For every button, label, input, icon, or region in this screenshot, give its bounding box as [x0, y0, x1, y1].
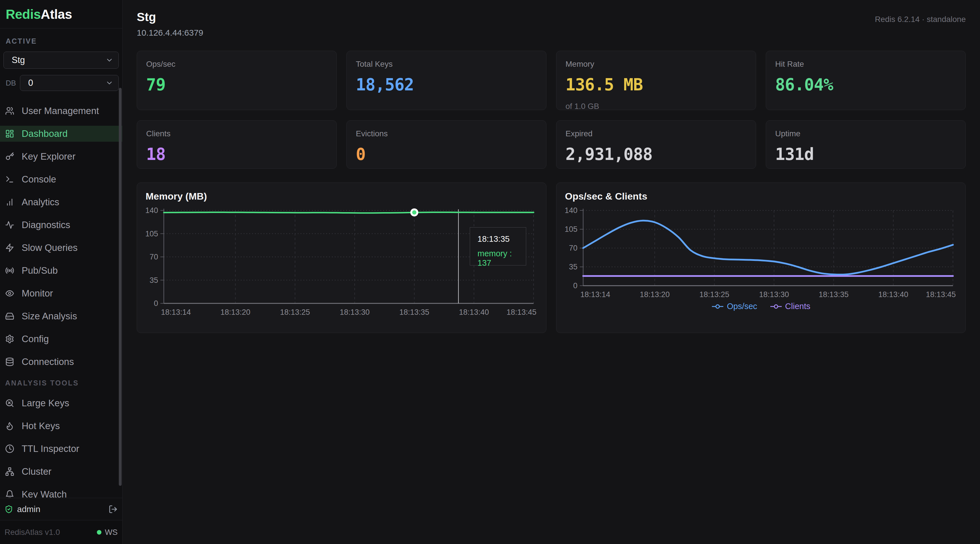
stat-value: 18,562 — [356, 75, 537, 94]
legend-item-clients[interactable]: Clients — [770, 302, 810, 311]
active-section-label: ACTIVE — [6, 37, 119, 45]
ops-clients-chart[interactable]: 0357010514018:13:1418:13:2018:13:2518:13… — [565, 206, 957, 300]
stat-value: 86.04% — [775, 75, 956, 94]
stat-card-hit-rate: Hit Rate 86.04% — [766, 51, 966, 110]
sidebar-item-cluster[interactable]: Cluster — [0, 464, 122, 480]
sidebar-item-large-keys[interactable]: Large Keys — [0, 395, 122, 411]
analysis-tools-section-label: ANALYSIS TOOLS — [5, 379, 122, 387]
database-icon — [5, 357, 14, 366]
sidebar-item-size-analysis[interactable]: Size Analysis — [0, 308, 122, 324]
db-row: DB 0 — [3, 75, 119, 91]
legend-label: Ops/sec — [727, 302, 757, 311]
app-logo: RedisAtlas — [0, 0, 122, 29]
logo-text-redis: Redis — [6, 6, 41, 22]
stat-label: Total Keys — [356, 60, 537, 69]
svg-text:18:13:40: 18:13:40 — [459, 308, 489, 316]
charts-grid: Memory (MB) 0357010514018:13:1418:13:201… — [137, 182, 966, 333]
sidebar-item-monitor[interactable]: Monitor — [0, 286, 122, 302]
environment-select-value: Stg — [12, 55, 25, 65]
svg-text:18:13:20: 18:13:20 — [221, 308, 250, 316]
svg-text:140: 140 — [565, 206, 578, 215]
sidebar-item-label: Key Explorer — [22, 151, 75, 162]
svg-text:70: 70 — [150, 253, 158, 261]
sidebar-item-config[interactable]: Config — [0, 331, 122, 347]
zap-icon — [5, 243, 14, 252]
users-icon — [5, 106, 14, 115]
stat-value: 131d — [775, 145, 956, 164]
sidebar-item-hot-keys[interactable]: Hot Keys — [0, 418, 122, 434]
stat-label: Ops/sec — [146, 60, 327, 69]
bell-icon — [5, 490, 14, 498]
sidebar-item-label: Diagnostics — [22, 220, 70, 230]
legend-item-ops-sec[interactable]: Ops/sec — [711, 302, 757, 311]
tooltip-value: memory : 137 — [477, 249, 526, 268]
legend-label: Clients — [785, 302, 810, 311]
sidebar-item-connections[interactable]: Connections — [0, 354, 122, 370]
sidebar-item-label: TTL Inspector — [22, 443, 79, 454]
sidebar-item-analytics[interactable]: Analytics — [0, 194, 122, 210]
stat-card-uptime: Uptime 131d — [766, 120, 966, 169]
gear-icon — [5, 335, 14, 343]
sidebar-scrollbar[interactable] — [119, 88, 122, 486]
sidebar-item-label: Console — [22, 174, 56, 185]
sidebar-item-slow-queries[interactable]: Slow Queries — [0, 240, 122, 256]
sidebar-nav: User ManagementDashboardKey ExplorerCons… — [0, 99, 122, 498]
sidebar-item-label: Monitor — [22, 288, 53, 299]
sidebar-item-user-management[interactable]: User Management — [0, 103, 122, 119]
search-x-icon — [5, 399, 14, 408]
sidebar-item-label: Key Watch — [22, 489, 67, 498]
shield-check-icon — [5, 505, 13, 514]
stat-value: 136.5 MB — [565, 75, 747, 94]
stat-card-expired: Expired 2,931,088 — [556, 120, 756, 169]
main-content: Stg 10.126.4.44:6379 Redis 6.2.14 · stan… — [123, 0, 980, 544]
sidebar-item-ttl-inspector[interactable]: TTL Inspector — [0, 441, 122, 457]
svg-text:18:13:25: 18:13:25 — [699, 290, 729, 299]
db-label: DB — [6, 79, 20, 88]
logout-button[interactable] — [108, 505, 118, 514]
svg-text:0: 0 — [154, 299, 158, 308]
sidebar-item-dashboard[interactable]: Dashboard — [0, 126, 122, 142]
sidebar-item-label: Hot Keys — [22, 421, 60, 431]
stat-label: Expired — [565, 129, 747, 138]
stat-value: 0 — [356, 145, 537, 164]
svg-text:70: 70 — [569, 244, 578, 252]
sidebar-item-diagnostics[interactable]: Diagnostics — [0, 217, 122, 233]
svg-text:18:13:20: 18:13:20 — [640, 290, 670, 299]
user-row[interactable]: admin — [0, 498, 122, 520]
svg-text:18:13:25: 18:13:25 — [280, 308, 310, 316]
server-info: Redis 6.2.14 · standalone — [875, 15, 966, 24]
stat-value: 79 — [146, 75, 327, 94]
bar-chart-icon — [5, 198, 14, 207]
sidebar-item-label: Cluster — [22, 466, 52, 477]
hard-drive-icon — [5, 312, 14, 321]
sidebar-item-key-watch[interactable]: Key Watch — [0, 487, 122, 498]
stat-label: Uptime — [775, 129, 956, 138]
chart-title: Memory (MB) — [146, 191, 538, 202]
connection-address: 10.126.4.44:6379 — [137, 28, 204, 38]
db-select[interactable]: 0 — [20, 75, 119, 91]
stat-label: Memory — [565, 60, 747, 69]
websocket-status: WS — [97, 528, 118, 537]
sidebar-item-console[interactable]: Console — [0, 171, 122, 187]
environment-select[interactable]: Stg — [3, 52, 119, 69]
stat-value: 18 — [146, 145, 327, 164]
svg-text:105: 105 — [146, 230, 158, 238]
svg-text:0: 0 — [573, 281, 578, 290]
page-header: Stg 10.126.4.44:6379 Redis 6.2.14 · stan… — [137, 10, 966, 38]
sidebar-item-key-explorer[interactable]: Key Explorer — [0, 148, 122, 164]
network-icon — [5, 467, 14, 476]
chart-tooltip: 18:13:35 memory : 137 — [470, 227, 526, 265]
svg-text:18:13:30: 18:13:30 — [340, 308, 369, 316]
username: admin — [17, 504, 40, 514]
svg-text:18:13:30: 18:13:30 — [759, 290, 789, 299]
stat-label: Evictions — [356, 129, 537, 138]
sidebar-item-label: Config — [22, 333, 49, 345]
logo-text-atlas: Atlas — [41, 6, 72, 22]
sidebar-item-label: Size Analysis — [22, 311, 77, 322]
chevron-down-icon — [105, 56, 113, 64]
sidebar-item-pub-sub[interactable]: Pub/Sub — [0, 263, 122, 279]
flame-icon — [5, 421, 14, 431]
sidebar-item-label: User Management — [22, 105, 99, 116]
sidebar-item-label: Large Keys — [22, 398, 69, 408]
db-select-value: 0 — [28, 78, 33, 88]
